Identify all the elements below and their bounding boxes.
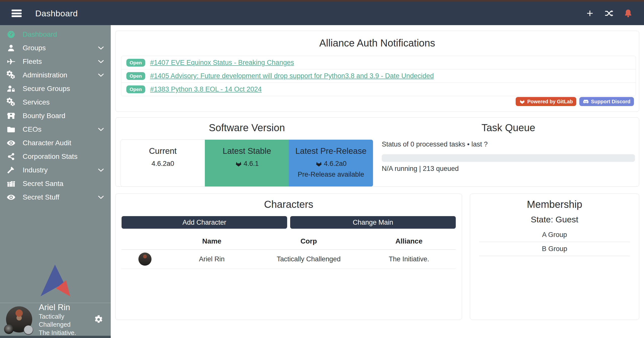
- sidebar-item-secure-groups[interactable]: Secure Groups: [0, 82, 111, 95]
- user-panel: Ariel Rin Tactically Challenged The Init…: [0, 303, 111, 336]
- gitlab-icon: [315, 160, 322, 167]
- notification-link[interactable]: #1405 Advisory: Future development will …: [150, 72, 434, 80]
- status-badge: Open: [126, 72, 145, 80]
- character-corp: Tactically Challenged: [255, 250, 362, 269]
- membership-groups: A GroupB Group: [479, 228, 630, 256]
- sidebar-nav: Dashboard Groups Fleets Administration: [0, 25, 111, 204]
- sidebar-item-fleets[interactable]: Fleets: [0, 55, 111, 68]
- powered-by-gitlab-badge[interactable]: Powered by GitLab: [516, 97, 576, 106]
- chevron-down-icon: [97, 166, 105, 174]
- alliance-logo-badge: [24, 325, 33, 335]
- status-badge: Open: [126, 59, 145, 67]
- character-avatar: [138, 253, 151, 266]
- version-column: Latest Pre-Release 4.6.2a0 Pre-Release a…: [289, 140, 373, 186]
- sidebar-item-dashboard[interactable]: Dashboard: [0, 28, 111, 41]
- notification-row: Open #1383 Python 3.8 EOL - 14 Oct 2024: [121, 83, 636, 96]
- membership-card: Membership State: Guest A GroupB Group: [470, 194, 639, 320]
- sidebar-item-administration[interactable]: Administration: [0, 68, 111, 82]
- page-title: Dashboard: [35, 9, 78, 18]
- sidebar-item-label: Fleets: [23, 58, 42, 66]
- sidebar-item-secret-santa[interactable]: Secret Santa: [0, 177, 111, 190]
- menu-toggle-icon[interactable]: [10, 8, 23, 18]
- gifts-icon: [7, 179, 16, 188]
- characters-title: Characters: [122, 199, 456, 210]
- characters-table: Name Corp Alliance Ariel Rin Tactically …: [122, 235, 456, 269]
- notifications-title: Alliance Auth Notifications: [121, 37, 634, 49]
- sidebar-item-bounty-board[interactable]: Bounty Board: [0, 109, 111, 123]
- change-main-button[interactable]: Change Main: [290, 216, 456, 229]
- membership-state: State: Guest: [479, 215, 630, 224]
- user-alliance: The Initiative.: [39, 329, 94, 337]
- alliance-column-header: Alliance: [362, 235, 456, 250]
- name-column-header: Name: [168, 235, 255, 250]
- sidebar-item-label: Secret Santa: [23, 180, 63, 188]
- version-queue-card: Software Version Current 4.6.2a0 Latest …: [115, 117, 639, 187]
- software-version-title: Software Version: [121, 122, 373, 133]
- sidebar-item-label: Groups: [23, 44, 46, 52]
- top-navbar: Dashboard: [0, 2, 644, 25]
- notification-link[interactable]: #1383 Python 3.8 EOL - 14 Oct 2024: [150, 85, 262, 93]
- notification-row: Open #1407 EVE Equinox Status - Breaking…: [121, 56, 636, 69]
- folder-icon: [7, 125, 16, 134]
- chevron-down-icon: [97, 194, 105, 201]
- sidebar-item-ceos[interactable]: CEOs: [0, 123, 111, 136]
- sidebar-item-label: Administration: [23, 71, 67, 79]
- software-version-section: Software Version Current 4.6.2a0 Latest …: [121, 122, 373, 180]
- gauge-icon: [7, 30, 16, 39]
- sidebar: Dashboard Groups Fleets Administration: [0, 25, 111, 338]
- task-queue-progress-bar: [382, 154, 635, 162]
- version-column: Latest Stable 4.6.1: [205, 140, 289, 186]
- sidebar-item-corporation-stats[interactable]: Corporation Stats: [0, 150, 111, 163]
- notifications-card: Alliance Auth Notifications Open #1407 E…: [115, 31, 639, 112]
- notifications-footer: Powered by GitLab Support Discord: [516, 97, 634, 106]
- group-row: A Group: [479, 228, 630, 242]
- group-row: B Group: [479, 242, 630, 256]
- sidebar-item-label: Secure Groups: [23, 85, 70, 93]
- version-box: Current 4.6.2a0 Latest Stable 4.6.1: [121, 139, 373, 187]
- task-queue-status: Status of 0 processed tasks • last ?: [382, 140, 635, 148]
- user-name: Ariel Rin: [39, 302, 94, 312]
- user-settings-gear-icon[interactable]: [94, 315, 103, 324]
- sidebar-item-label: Services: [23, 98, 50, 106]
- add-character-button[interactable]: Add Character: [122, 216, 287, 229]
- sidebar-item-label: Secret Stuff: [23, 193, 59, 201]
- notification-link[interactable]: #1407 EVE Equinox Status - Breaking Chan…: [150, 59, 294, 67]
- task-queue-title: Task Queue: [382, 122, 635, 133]
- sidebar-item-secret-stuff[interactable]: Secret Stuff: [0, 190, 111, 204]
- gitlab-icon: [519, 99, 525, 105]
- sidebar-item-groups[interactable]: Groups: [0, 41, 111, 55]
- sidebar-item-label: Corporation Stats: [23, 153, 78, 161]
- chevron-down-icon: [97, 44, 105, 52]
- sidebar-item-services[interactable]: Services: [0, 95, 111, 109]
- eye-icon: [7, 193, 16, 202]
- user-avatar: [6, 306, 32, 332]
- main-content: Alliance Auth Notifications Open #1407 E…: [111, 25, 644, 338]
- sidebar-item-character-audit[interactable]: Character Audit: [0, 136, 111, 150]
- task-queue-counts: N/A running | 213 queued: [382, 165, 635, 173]
- gears-icon: [7, 98, 16, 107]
- sidebar-item-industry[interactable]: Industry: [0, 163, 111, 177]
- alliance-auth-logo: [0, 265, 111, 303]
- shuffle-character-icon[interactable]: [604, 9, 614, 18]
- user-corporation: Tactically Challenged: [39, 312, 94, 329]
- user-icon: [7, 43, 16, 53]
- character-alliance: The Initiative.: [362, 250, 456, 269]
- eye-icon: [7, 138, 16, 148]
- corp-logo-badge: [4, 324, 14, 334]
- version-column: Current 4.6.2a0: [121, 140, 205, 186]
- discord-icon: [583, 99, 589, 105]
- sidebar-item-label: Dashboard: [23, 30, 57, 38]
- fighter-jet-icon: [7, 57, 16, 66]
- support-discord-badge[interactable]: Support Discord: [579, 97, 634, 106]
- task-queue-section: Task Queue Status of 0 processed tasks •…: [373, 122, 635, 180]
- share-icon: [7, 152, 16, 161]
- gitlab-icon: [235, 160, 242, 167]
- characters-card: Characters Add Character Change Main Nam…: [115, 194, 462, 320]
- chevron-down-icon: [97, 71, 105, 79]
- chevron-down-icon: [97, 58, 105, 65]
- corp-column-header: Corp: [255, 235, 362, 250]
- chevron-down-icon: [97, 126, 105, 133]
- sidebar-item-label: Bounty Board: [23, 112, 65, 120]
- notifications-bell-icon[interactable]: [623, 9, 633, 18]
- add-character-icon[interactable]: [585, 9, 595, 18]
